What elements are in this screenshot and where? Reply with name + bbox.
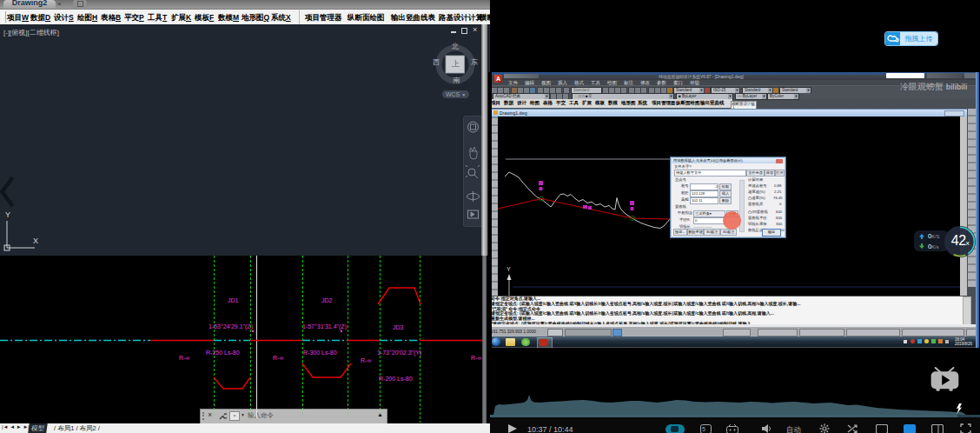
svg-text:Y: Y xyxy=(5,210,10,219)
svg-text:5: 5 xyxy=(702,426,705,432)
svg-text:Y: Y xyxy=(507,266,511,272)
svg-text:X: X xyxy=(33,236,38,245)
